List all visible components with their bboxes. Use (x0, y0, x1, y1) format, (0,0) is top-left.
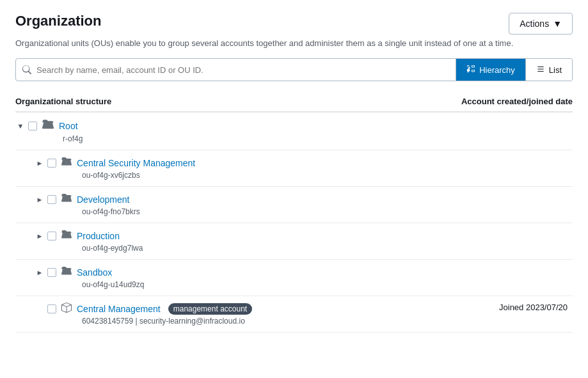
central-management-left: ► Central Management management account … (15, 303, 499, 326)
central-management-checkbox[interactable] (47, 304, 56, 313)
view-toggle: Hierarchy List (456, 58, 573, 81)
search-input[interactable] (36, 65, 449, 75)
tree-row-production: ► Production ou-of4g-eydg7lwa (15, 223, 573, 260)
col-date-header: Account created/joined date (461, 97, 573, 106)
account-id-text: 604238145759 (82, 317, 133, 326)
list-icon (536, 65, 545, 75)
production-folder-icon (61, 230, 72, 242)
sandbox-name[interactable]: Sandbox (77, 267, 112, 278)
list-view-button[interactable]: List (525, 59, 572, 81)
expand-development-icon[interactable]: ► (35, 194, 45, 205)
search-icon (22, 65, 31, 74)
hierarchy-icon (466, 65, 475, 75)
tree-item-development: ► Development (15, 193, 573, 205)
actions-button[interactable]: Actions ▼ (509, 13, 573, 35)
central-management-account-detail: 604238145759 | security-learning@infracl… (15, 317, 499, 326)
central-security-name[interactable]: Central Security Management (77, 158, 195, 168)
tree-row-central-management: ► Central Management management account … (15, 296, 573, 333)
development-name[interactable]: Development (77, 194, 130, 205)
list-label: List (549, 65, 562, 75)
root-checkbox[interactable] (28, 122, 37, 130)
search-toolbar: Hierarchy List (15, 58, 573, 81)
production-ou-id: ou-of4g-eydg7lwa (15, 244, 573, 253)
tree-item-central-management: ► Central Management management account (15, 303, 499, 315)
tree-item-central-security: ► Central Security Management (15, 157, 573, 169)
expand-production-icon[interactable]: ► (35, 231, 45, 241)
hierarchy-view-button[interactable]: Hierarchy (456, 59, 525, 81)
central-security-folder-icon (61, 157, 72, 169)
tree-row-root: ▼ Root r-of4g (15, 113, 573, 150)
table-header: Organizational structure Account created… (15, 91, 573, 113)
expand-root-icon[interactable]: ▼ (15, 121, 26, 131)
actions-label: Actions (520, 19, 549, 29)
account-email: security-learning@infracloud.io (139, 317, 245, 326)
tree-item-production: ► Production (15, 230, 573, 242)
tree-row-sandbox: ► Sandbox ou-of4g-u14ud9zq (15, 260, 573, 296)
development-ou-id: ou-of4g-fno7bkrs (15, 207, 573, 216)
central-management-joined-date: Joined 2023/07/20 (499, 303, 573, 312)
chevron-down-icon: ▼ (553, 19, 562, 29)
tree-row-development: ► Development ou-of4g-fno7bkrs (15, 187, 573, 223)
development-checkbox[interactable] (47, 195, 56, 204)
page-subtitle: Organizational units (OUs) enable you to… (15, 38, 573, 48)
page-title: Organization (15, 13, 101, 29)
tree-item-root: ▼ Root (15, 119, 573, 132)
root-name[interactable]: Root (59, 121, 78, 131)
production-name[interactable]: Production (77, 231, 120, 241)
central-management-cube-icon (61, 303, 72, 315)
sandbox-folder-icon (61, 266, 72, 278)
search-wrapper (15, 58, 456, 81)
root-ou-id: r-of4g (15, 134, 573, 143)
management-account-badge: management account (168, 303, 252, 315)
tree-item-sandbox: ► Sandbox (15, 266, 573, 278)
sandbox-ou-id: ou-of4g-u14ud9zq (15, 280, 573, 289)
col-structure-header: Organizational structure (15, 97, 111, 106)
hierarchy-label: Hierarchy (479, 65, 515, 75)
tree-row-central-security: ► Central Security Management ou-of4g-xv… (15, 150, 573, 187)
development-folder-icon (61, 193, 72, 205)
sandbox-checkbox[interactable] (47, 268, 56, 277)
central-management-account-row: ► Central Management management account … (15, 303, 573, 326)
root-folder-icon (42, 119, 54, 132)
central-security-checkbox[interactable] (47, 159, 56, 168)
expand-central-security-icon[interactable]: ► (35, 158, 45, 168)
central-management-name[interactable]: Central Management (77, 304, 161, 314)
production-checkbox[interactable] (47, 232, 56, 240)
expand-sandbox-icon[interactable]: ► (35, 267, 45, 278)
central-security-ou-id: ou-of4g-xv6jczbs (15, 171, 573, 180)
